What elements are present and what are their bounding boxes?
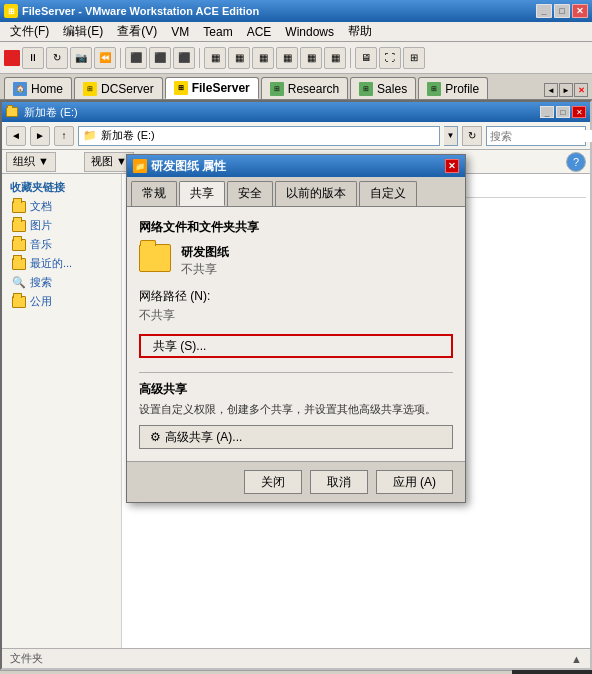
dialog-title-icon: 📁 (133, 159, 147, 173)
dialog-tabs: 常规 共享 安全 以前的版本 自定义 (127, 177, 465, 207)
toolbar-separator-3 (350, 48, 351, 68)
toolbar-separator-2 (199, 48, 200, 68)
tab-scroll-right[interactable]: ► (559, 83, 573, 97)
tab-dcserver[interactable]: ⊞ DCServer (74, 77, 163, 99)
menu-file[interactable]: 文件(F) (4, 22, 55, 41)
dialog-tab-previous-versions[interactable]: 以前的版本 (275, 181, 357, 206)
dialog-close-footer-button[interactable]: 关闭 (244, 470, 302, 494)
main-content-area: 收藏夹链接 文档 图片 音乐 最近的... 🔍 搜索 (2, 174, 590, 648)
view-icon-5[interactable]: ▦ (300, 47, 322, 69)
dialog-title-text: 研发图纸 属性 (151, 158, 226, 175)
unity-button[interactable]: ⊞ (403, 47, 425, 69)
explorer-restore[interactable]: □ (556, 106, 570, 118)
view-icon-6[interactable]: ▦ (324, 47, 346, 69)
tab-research-label: Research (288, 82, 339, 96)
network-icon-3[interactable]: ⬛ (173, 47, 195, 69)
view-icon-3[interactable]: ▦ (252, 47, 274, 69)
dialog-footer: 关闭 取消 应用 (A) (127, 461, 465, 502)
view-icon-1[interactable]: ▦ (204, 47, 226, 69)
network-path-label: 网络路径 (N): (139, 288, 453, 305)
tab-scroll-left[interactable]: ◄ (544, 83, 558, 97)
dialog-close-button[interactable]: ✕ (445, 159, 459, 173)
menu-ace[interactable]: ACE (241, 24, 278, 40)
minimize-button[interactable]: _ (536, 4, 552, 18)
share-button-label: 共享 (S)... (153, 338, 206, 355)
tab-close-button[interactable]: ✕ (574, 83, 588, 97)
advanced-share-label: 高级共享 (A)... (165, 429, 242, 446)
vm-tab-bar: 🏠 Home ⊞ DCServer ⊞ FileServer ⊞ Researc… (0, 74, 592, 100)
tab-fileserver[interactable]: ⊞ FileServer (165, 77, 259, 99)
share-info: 研发图纸 不共享 (181, 244, 229, 278)
console-button[interactable]: 🖥 (355, 47, 377, 69)
dialog-overlay: 📁 研发图纸 属性 ✕ 常规 共享 安全 (2, 124, 590, 648)
main-toolbar: ⏸ ↻ 📷 ⏪ ⬛ ⬛ ⬛ ▦ ▦ ▦ ▦ ▦ ▦ 🖥 ⛶ ⊞ (0, 42, 592, 74)
dialog-titlebar: 📁 研发图纸 属性 ✕ (127, 155, 465, 177)
explorer-title: 新加卷 (E:) (24, 105, 78, 120)
menu-edit[interactable]: 编辑(E) (57, 22, 109, 41)
watermark: 创新互联 CHUANG XINLIAN (512, 670, 592, 674)
explorer-minimize[interactable]: _ (540, 106, 554, 118)
explorer-status-text: 文件夹 (10, 651, 43, 666)
menu-help[interactable]: 帮助 (342, 22, 378, 41)
tab-fileserver-label: FileServer (192, 81, 250, 95)
tab-profile[interactable]: ⊞ Profile (418, 77, 488, 99)
network-path-value: 不共享 (139, 307, 453, 324)
dialog-tab-share[interactable]: 共享 (179, 181, 225, 206)
research-tab-icon: ⊞ (270, 82, 284, 96)
power-button[interactable] (4, 50, 20, 66)
explorer-folder-icon (6, 107, 18, 117)
app-icon: ⊞ (4, 4, 18, 18)
dialog-apply-button[interactable]: 应用 (A) (376, 470, 453, 494)
dialog-cancel-button[interactable]: 取消 (310, 470, 368, 494)
menu-vm[interactable]: VM (165, 24, 195, 40)
advanced-share-button[interactable]: ⚙ 高级共享 (A)... (139, 425, 453, 449)
advanced-desc: 设置自定义权限，创建多个共享，并设置其他高级共享选项。 (139, 402, 453, 417)
close-button[interactable]: ✕ (572, 4, 588, 18)
tab-sales[interactable]: ⊞ Sales (350, 77, 416, 99)
gear-icon: ⚙ (150, 430, 161, 444)
fileserver-tab-icon: ⊞ (174, 81, 188, 95)
restore-button[interactable]: □ (554, 4, 570, 18)
pause-button[interactable]: ⏸ (22, 47, 44, 69)
properties-dialog: 📁 研发图纸 属性 ✕ 常规 共享 安全 (126, 154, 466, 503)
dialog-tab-security[interactable]: 安全 (227, 181, 273, 206)
sales-tab-icon: ⊞ (359, 82, 373, 96)
tab-home-label: Home (31, 82, 63, 96)
menu-view[interactable]: 查看(V) (111, 22, 163, 41)
taskbar: ⊞ 开始 ◄ 📁 共享和存储管理 🖥 2 Windows 资... 🌐 ❓ 0 … (0, 670, 592, 674)
network-icon-2[interactable]: ⬛ (149, 47, 171, 69)
share-folder-status: 不共享 (181, 261, 229, 278)
title-bar: ⊞ FileServer - VMware Workstation ACE Ed… (0, 0, 592, 22)
folder-arrow-icon: ▲ (571, 653, 582, 665)
revert-button[interactable]: ⏪ (94, 47, 116, 69)
dialog-divider (139, 372, 453, 373)
dialog-folder-icon (139, 244, 171, 272)
view-icon-4[interactable]: ▦ (276, 47, 298, 69)
advanced-section-label: 高级共享 (139, 381, 453, 398)
menu-windows[interactable]: Windows (279, 24, 340, 40)
tab-sales-label: Sales (377, 82, 407, 96)
share-section-label: 网络文件和文件夹共享 (139, 219, 453, 236)
share-button[interactable]: 共享 (S)... (139, 334, 453, 358)
share-folder-name: 研发图纸 (181, 244, 229, 261)
dialog-tab-customize[interactable]: 自定义 (359, 181, 417, 206)
refresh-vm-button[interactable]: ↻ (46, 47, 68, 69)
explorer-close[interactable]: ✕ (572, 106, 586, 118)
toolbar-separator-1 (120, 48, 121, 68)
home-tab-icon: 🏠 (13, 82, 27, 96)
menu-bar: 文件(F) 编辑(E) 查看(V) VM Team ACE Windows 帮助 (0, 22, 592, 42)
dcserver-tab-icon: ⊞ (83, 82, 97, 96)
menu-team[interactable]: Team (197, 24, 238, 40)
dialog-tab-general[interactable]: 常规 (131, 181, 177, 206)
fullscreen-button[interactable]: ⛶ (379, 47, 401, 69)
profile-tab-icon: ⊞ (427, 82, 441, 96)
network-icon-1[interactable]: ⬛ (125, 47, 147, 69)
dialog-body: 网络文件和文件夹共享 研发图纸 不共享 网络路径 (N): 不共享 共享 (S)… (127, 207, 465, 461)
share-item-row: 研发图纸 不共享 (139, 244, 453, 278)
snapshot-button[interactable]: 📷 (70, 47, 92, 69)
view-icon-2[interactable]: ▦ (228, 47, 250, 69)
window-title: FileServer - VMware Workstation ACE Edit… (22, 5, 259, 17)
tab-research[interactable]: ⊞ Research (261, 77, 348, 99)
tab-profile-label: Profile (445, 82, 479, 96)
tab-home[interactable]: 🏠 Home (4, 77, 72, 99)
